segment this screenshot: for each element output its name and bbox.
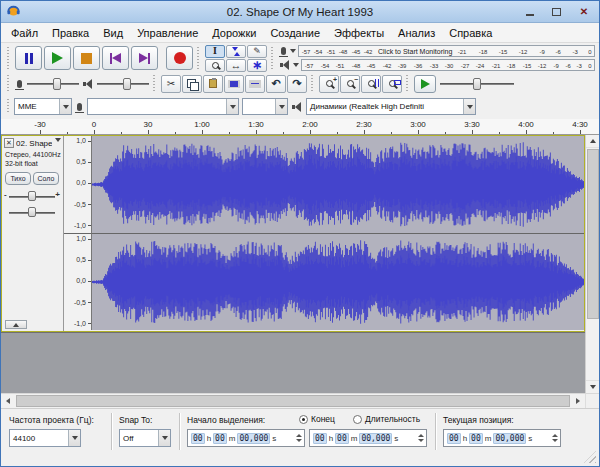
meter-dropdown-icon[interactable] xyxy=(293,63,299,67)
toolbar-grip[interactable] xyxy=(7,75,11,92)
vertical-ruler-left-channel[interactable]: 1,00,50,0-0,5-1,0 xyxy=(64,136,92,233)
undo-button[interactable]: ↶ xyxy=(266,75,286,93)
draw-tool-button[interactable]: ✎ xyxy=(247,45,267,58)
skip-to-end-button[interactable] xyxy=(131,46,158,70)
menu-item-file[interactable]: Файл xyxy=(4,25,45,41)
radio-selected-icon[interactable] xyxy=(299,415,308,424)
vertical-scroll-thumb[interactable] xyxy=(587,149,599,319)
silence-audio-button[interactable] xyxy=(245,75,265,93)
skip-to-start-button[interactable] xyxy=(102,46,129,70)
toolbar-grip[interactable] xyxy=(153,75,157,92)
menu-item-generate[interactable]: Создание xyxy=(263,25,327,41)
combo-arrow[interactable] xyxy=(59,99,71,114)
playback-meter[interactable]: -57-54-51-48-45-42-39-36-33-30-27-24-21-… xyxy=(279,59,595,72)
end-radio[interactable]: Конец xyxy=(299,414,335,424)
vertical-ruler-right-channel[interactable]: 1,00,50,0-0,5-1,0 xyxy=(64,233,92,330)
gain-slider[interactable]: - + xyxy=(5,190,59,203)
toolbar-grip[interactable] xyxy=(271,47,275,69)
cut-button[interactable]: ✂ xyxy=(161,75,181,93)
audio-host-combo[interactable]: MME xyxy=(14,98,72,115)
scroll-left-arrow[interactable] xyxy=(1,394,15,408)
scroll-down-arrow[interactable] xyxy=(586,380,600,393)
selection-end-timefield[interactable]: 00h00m00,000s xyxy=(309,429,427,447)
scroll-up-arrow[interactable] xyxy=(586,135,600,148)
combo-arrow[interactable] xyxy=(226,99,238,114)
slider-thumb[interactable] xyxy=(473,78,481,90)
redo-button[interactable]: ↷ xyxy=(287,75,307,93)
time-spinner[interactable] xyxy=(552,434,558,442)
slider-thumb[interactable] xyxy=(123,78,131,90)
combo-arrow[interactable] xyxy=(275,99,287,114)
close-button[interactable]: ✕ xyxy=(569,1,599,22)
recording-volume-slider[interactable] xyxy=(27,77,79,91)
time-digits[interactable]: 00,000 xyxy=(493,433,526,444)
time-digits[interactable]: 00 xyxy=(213,433,227,444)
radio-icon[interactable] xyxy=(353,415,362,424)
slider-thumb[interactable] xyxy=(28,191,36,201)
time-digits[interactable]: 00,000 xyxy=(359,433,392,444)
meter-dropdown-icon[interactable] xyxy=(290,49,296,53)
horizontal-scroll-thumb[interactable] xyxy=(16,395,570,407)
selection-start-timefield[interactable]: 00h00m00,000s xyxy=(187,429,305,447)
playback-device-combo[interactable]: Динамики (Realtek High Definiti xyxy=(306,98,476,115)
selection-tool-button[interactable]: I xyxy=(205,45,225,58)
monitoring-text[interactable]: Click to Start Monitoring xyxy=(375,48,455,55)
toolbar-grip[interactable] xyxy=(311,75,315,92)
playback-volume-slider[interactable] xyxy=(97,77,149,91)
pause-button[interactable] xyxy=(15,46,42,70)
window-resize-grip[interactable] xyxy=(584,451,596,463)
horizontal-scrollbar[interactable] xyxy=(1,393,599,408)
envelope-tool-button[interactable] xyxy=(226,45,246,58)
recording-meter[interactable]: -57-54-51-48-45-42 Click to Start Monito… xyxy=(279,45,595,58)
record-button[interactable] xyxy=(166,46,193,70)
current-position-timefield[interactable]: 00h00m00,000s xyxy=(443,429,561,447)
waveform-left-channel[interactable] xyxy=(92,136,584,233)
menu-item-effects[interactable]: Эффекты xyxy=(327,25,391,41)
pan-slider[interactable] xyxy=(5,206,59,219)
solo-button[interactable]: Соло xyxy=(33,172,59,185)
copy-button[interactable] xyxy=(182,75,202,93)
recording-meter-bar[interactable]: -57-54-51-48-45-42 Click to Start Monito… xyxy=(298,45,595,57)
vertical-ruler[interactable]: 1,00,50,0-0,5-1,0 1,00,50,0-0,5-1,0 xyxy=(64,136,92,331)
slider-thumb[interactable] xyxy=(28,207,36,217)
time-spinner[interactable] xyxy=(418,434,424,442)
menu-item-edit[interactable]: Правка xyxy=(45,25,96,41)
stop-button[interactable] xyxy=(73,46,100,70)
combo-arrow[interactable] xyxy=(68,430,80,446)
toolbar-grip[interactable] xyxy=(7,99,11,114)
playback-meter-bar[interactable]: -57-54-51-48-45-42-39-36-33-30-27-24-21-… xyxy=(301,59,595,71)
time-digits[interactable]: 00 xyxy=(335,433,349,444)
play-at-speed-button[interactable] xyxy=(414,75,436,93)
minimize-button[interactable] xyxy=(517,1,543,22)
recording-device-combo[interactable] xyxy=(87,98,239,115)
toolbar-grip[interactable] xyxy=(406,75,410,92)
combo-arrow[interactable] xyxy=(463,99,475,114)
multi-tool-button[interactable]: ∗ xyxy=(247,59,267,72)
maximize-button[interactable] xyxy=(543,1,569,22)
zoom-out-button[interactable]: − xyxy=(340,75,360,93)
play-button[interactable] xyxy=(44,46,71,70)
paste-button[interactable] xyxy=(203,75,223,93)
snap-to-combo[interactable]: Off xyxy=(119,429,171,447)
time-digits[interactable]: 00 xyxy=(469,433,483,444)
time-digits[interactable]: 00 xyxy=(191,433,205,444)
menu-item-transport[interactable]: Управление xyxy=(130,25,205,41)
length-radio[interactable]: Длительность xyxy=(353,414,420,424)
combo-arrow[interactable] xyxy=(158,430,170,446)
menu-item-view[interactable]: Вид xyxy=(96,25,130,41)
waveform-display[interactable] xyxy=(92,136,584,331)
trim-audio-button[interactable] xyxy=(224,75,244,93)
toolbar-grip[interactable] xyxy=(7,47,11,69)
zoom-in-button[interactable]: + xyxy=(319,75,339,93)
time-digits[interactable]: 00,000 xyxy=(237,433,270,444)
title-bar[interactable]: 02. Shape Of My Heart 1993 ✕ xyxy=(1,1,599,23)
menu-item-help[interactable]: Справка xyxy=(442,25,499,41)
time-digits[interactable]: 00 xyxy=(313,433,327,444)
toolbar-grip[interactable] xyxy=(197,47,201,69)
time-spinner[interactable] xyxy=(296,434,302,442)
play-speed-slider[interactable] xyxy=(440,77,514,91)
menu-item-analyze[interactable]: Анализ xyxy=(391,25,442,41)
timeline-ruler[interactable]: -300301:001:302:002:303:003:304:004:30 xyxy=(1,119,599,135)
scroll-right-arrow[interactable] xyxy=(571,394,585,408)
fit-project-button[interactable] xyxy=(382,75,402,93)
